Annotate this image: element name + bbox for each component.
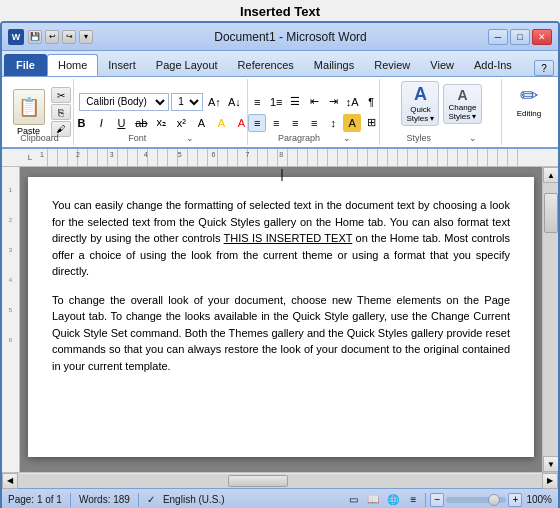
scroll-up-arrow[interactable]: ▲ — [543, 167, 559, 183]
underline-button[interactable]: U — [112, 114, 130, 132]
align-center-button[interactable]: ≡ — [267, 114, 285, 132]
increase-indent-button[interactable]: ⇥ — [324, 93, 342, 111]
show-formatting-button[interactable]: ¶ — [362, 93, 380, 111]
save-quick-btn[interactable]: 💾 — [28, 30, 42, 44]
title-bar-left: W 💾 ↩ ↪ ▾ — [8, 29, 93, 45]
font-name-row: Calibri (Body) 11 A↑ A↓ — [79, 93, 243, 111]
paragraph-2: To change the overall look of your docum… — [52, 292, 510, 375]
ruler-content: 1 2 3 4 5 6 7 8 — [38, 149, 522, 166]
grow-font-btn[interactable]: A↑ — [205, 93, 223, 111]
align-right-button[interactable]: ≡ — [286, 114, 304, 132]
ruler: L 1 2 3 4 5 6 7 8 — [2, 149, 558, 167]
change-styles-icon: A — [457, 87, 467, 103]
shading-button[interactable]: A — [343, 114, 361, 132]
paste-button[interactable]: 📋 Paste — [9, 87, 49, 138]
decrease-indent-button[interactable]: ⇤ — [305, 93, 323, 111]
zoom-level[interactable]: 100% — [526, 494, 552, 505]
zoom-thumb[interactable] — [488, 494, 500, 506]
tab-view[interactable]: View — [420, 54, 464, 76]
superscript-button[interactable]: x² — [172, 114, 190, 132]
paragraph-label: Paragraph ⌄ — [278, 133, 351, 143]
tab-file[interactable]: File — [4, 54, 47, 76]
change-styles-label: ChangeStyles ▾ — [448, 103, 476, 121]
align-left-button[interactable]: ≡ — [248, 114, 266, 132]
styles-content: A QuickStyles ▾ A ChangeStyles ▾ — [401, 81, 481, 126]
subscript-button[interactable]: x₂ — [152, 114, 170, 132]
h-scroll-track[interactable] — [18, 474, 542, 488]
tab-insert[interactable]: Insert — [98, 54, 146, 76]
multilevel-list-button[interactable]: ☰ — [286, 93, 304, 111]
font-name-select[interactable]: Calibri (Body) — [79, 93, 169, 111]
clipboard-group: 📋 Paste ✂ ⎘ 🖌 Clipboard — [6, 79, 74, 145]
zoom-minus-btn[interactable]: − — [430, 493, 444, 507]
redo-quick-btn[interactable]: ↪ — [62, 30, 76, 44]
font-size-select[interactable]: 11 — [171, 93, 203, 111]
word-window: W 💾 ↩ ↪ ▾ Document1 - Microsoft Word ─ □… — [0, 21, 560, 508]
full-reading-btn[interactable]: 📖 — [365, 492, 381, 508]
editing-button[interactable]: ✏ Editing — [515, 81, 543, 120]
sort-button[interactable]: ↕A — [343, 93, 361, 111]
font-format-row: B I U ab x₂ x² A A A — [72, 114, 250, 132]
quick-access-toolbar: 💾 ↩ ↪ ▾ — [28, 30, 93, 44]
paragraph-group: ≡ 1≡ ☰ ⇤ ⇥ ↕A ¶ ≡ ≡ ≡ ≡ ↕ A ⊞ — [250, 79, 380, 145]
scroll-right-btn[interactable]: ▶ — [542, 473, 558, 489]
print-layout-btn[interactable]: ▭ — [345, 492, 361, 508]
outline-btn[interactable]: ≡ — [405, 492, 421, 508]
web-layout-btn[interactable]: 🌐 — [385, 492, 401, 508]
h-scroll-thumb[interactable] — [228, 475, 288, 487]
title-bar: W 💾 ↩ ↪ ▾ Document1 - Microsoft Word ─ □… — [2, 23, 558, 51]
change-styles-button[interactable]: A ChangeStyles ▾ — [443, 84, 481, 124]
quick-styles-icon: A — [414, 84, 427, 105]
right-scrollbar: ▲ ▼ — [542, 167, 558, 472]
font-group: Calibri (Body) 11 A↑ A↓ B I U ab x₂ x² A — [76, 79, 247, 145]
editing-icon: ✏ — [520, 83, 538, 109]
strikethrough-button[interactable]: ab — [132, 114, 150, 132]
ribbon-help-btn[interactable]: ? — [534, 60, 554, 76]
bullets-button[interactable]: ≡ — [248, 93, 266, 111]
tab-references[interactable]: References — [228, 54, 304, 76]
justify-button[interactable]: ≡ — [305, 114, 323, 132]
scroll-track[interactable] — [543, 183, 558, 456]
text-effects-button[interactable]: A — [192, 114, 210, 132]
status-sep-1 — [70, 493, 71, 507]
scroll-left-btn[interactable]: ◀ — [2, 473, 18, 489]
clipboard-label: Clipboard — [20, 133, 59, 143]
tab-addins[interactable]: Add-Ins — [464, 54, 522, 76]
numbering-button[interactable]: 1≡ — [267, 93, 285, 111]
zoom-track[interactable] — [446, 497, 506, 503]
minimize-button[interactable]: ─ — [488, 29, 508, 45]
copy-button[interactable]: ⎘ — [51, 104, 71, 120]
document-scroll-area[interactable]: You can easily change the formatting of … — [20, 167, 542, 467]
italic-button[interactable]: I — [92, 114, 110, 132]
quick-access-dropdown[interactable]: ▾ — [79, 30, 93, 44]
ribbon-tabs: File Home Insert Page Layout References … — [2, 51, 558, 77]
borders-button[interactable]: ⊞ — [362, 114, 380, 132]
scroll-down-arrow[interactable]: ▼ — [543, 456, 559, 472]
inserted-text-label: Inserted Text — [0, 0, 560, 21]
bold-button[interactable]: B — [72, 114, 90, 132]
tab-review[interactable]: Review — [364, 54, 420, 76]
cut-button[interactable]: ✂ — [51, 87, 71, 103]
page-info: Page: 1 of 1 — [8, 494, 62, 505]
window-title: Document1 - Microsoft Word — [93, 30, 488, 44]
font-label: Font ⌄ — [128, 133, 194, 143]
word-icon: W — [8, 29, 24, 45]
tab-home[interactable]: Home — [47, 54, 98, 76]
shrink-font-btn[interactable]: A↓ — [225, 93, 243, 111]
status-bar: Page: 1 of 1 Words: 189 ✓ English (U.S.)… — [2, 488, 558, 508]
close-button[interactable]: ✕ — [532, 29, 552, 45]
language: English (U.S.) — [163, 494, 225, 505]
highlight-button[interactable]: A — [212, 114, 230, 132]
window-controls: ─ □ ✕ — [488, 29, 552, 45]
zoom-plus-btn[interactable]: + — [508, 493, 522, 507]
tab-page-layout[interactable]: Page Layout — [146, 54, 228, 76]
undo-quick-btn[interactable]: ↩ — [45, 30, 59, 44]
quick-styles-button[interactable]: A QuickStyles ▾ — [401, 81, 439, 126]
scroll-thumb[interactable] — [544, 193, 558, 233]
tab-mailings[interactable]: Mailings — [304, 54, 364, 76]
proofing-icon[interactable]: ✓ — [147, 494, 155, 505]
inserted-text-inline: THIS IS INSERTED TEXT — [224, 232, 353, 244]
maximize-button[interactable]: □ — [510, 29, 530, 45]
line-spacing-button[interactable]: ↕ — [324, 114, 342, 132]
editing-label: Editing — [517, 109, 541, 118]
